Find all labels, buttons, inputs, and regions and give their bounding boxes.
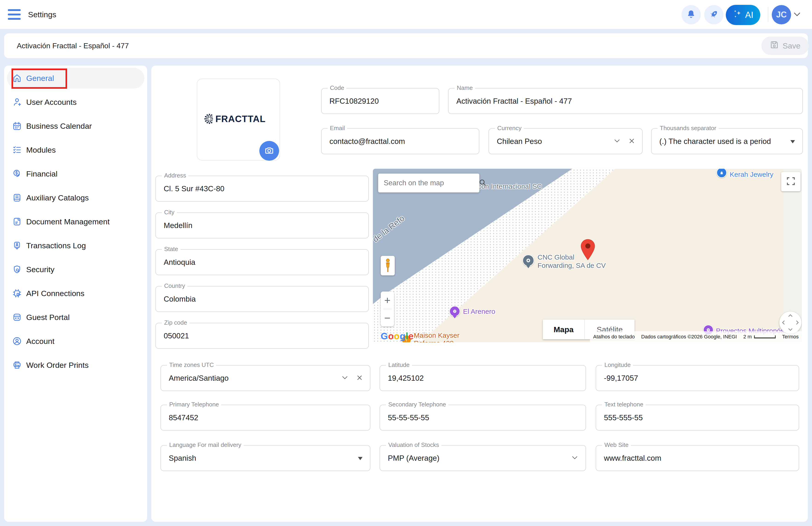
chip-gear-icon	[12, 288, 22, 298]
shield-icon	[12, 264, 22, 275]
sidebar-item-label: General	[26, 74, 54, 83]
poi-label[interactable]: El Arenero	[463, 308, 495, 316]
sidebar-item-general[interactable]: General	[7, 68, 144, 88]
latitude-value: 19,425102	[388, 366, 424, 391]
pegman-control[interactable]	[381, 256, 395, 275]
account-chevron-down-icon[interactable]	[794, 12, 800, 17]
user-avatar[interactable]: JC	[772, 5, 791, 24]
sidebar-item-label: Guest Portal	[26, 313, 70, 322]
text-telephone-field[interactable]: Text telephone 555-555-55	[596, 405, 799, 430]
secondary-telephone-field[interactable]: Secondary Telephone 55-55-55-55	[380, 405, 586, 430]
sidebar-item-financial[interactable]: Financial	[7, 163, 144, 184]
hamburger-menu-icon[interactable]	[8, 9, 21, 20]
sidebar-item-business-calendar[interactable]: Business Calendar	[7, 116, 144, 136]
sidebar-item-account[interactable]: Account	[7, 331, 144, 351]
city-field[interactable]: City Medellín	[156, 213, 369, 238]
dropdown-arrow-icon[interactable]	[791, 140, 795, 143]
sidebar-item-label: Financial	[26, 170, 57, 178]
primary-telephone-value: 8547452	[169, 405, 198, 430]
poi-label[interactable]: Kerah Jewelry	[730, 171, 773, 178]
attraction-poi-icon[interactable]	[449, 306, 460, 317]
entity-title: Activación Fracttal - Español - 477	[17, 33, 129, 58]
user-plus-icon	[12, 97, 22, 107]
zip-code-field[interactable]: Zip code 050021	[156, 323, 369, 349]
rocket-icon	[709, 9, 719, 20]
chevron-down-icon[interactable]	[614, 139, 620, 144]
sidebar-item-label: Security	[26, 265, 55, 274]
country-field[interactable]: Country Colombia	[156, 286, 369, 312]
name-field[interactable]: Name Activación Fracttal - Español - 477	[448, 88, 803, 114]
thousands-separator-select[interactable]: Thousands separator (.) The character us…	[651, 128, 803, 154]
timezone-select[interactable]: Time zones UTC America/Santiago	[160, 365, 371, 391]
fullscreen-icon	[786, 177, 795, 187]
pan-control[interactable]	[779, 311, 801, 334]
chevron-down-icon[interactable]	[572, 456, 578, 461]
currency-select[interactable]: Currency Chilean Peso	[489, 128, 642, 154]
sidebar-item-document-management[interactable]: Document Management	[7, 211, 144, 232]
jewelry-poi-icon[interactable]	[716, 169, 727, 178]
poi-label[interactable]: Forwarding, SA de CV	[537, 262, 606, 269]
code-value: RFC10829120	[330, 88, 379, 114]
sidebar-item-security[interactable]: Security	[7, 259, 144, 280]
ai-assistant-button[interactable]: AI	[726, 5, 760, 25]
whats-new-button[interactable]	[704, 5, 724, 24]
keyboard-shortcuts-link[interactable]: Atalhos do teclado	[590, 331, 638, 342]
chevron-down-icon[interactable]	[342, 376, 348, 380]
map-search-box[interactable]	[378, 174, 479, 192]
business-poi-icon[interactable]	[522, 254, 534, 266]
primary-telephone-field[interactable]: Primary Telephone 8547452	[160, 405, 371, 430]
map-search-input[interactable]	[383, 179, 476, 187]
city-value: Medellín	[164, 213, 192, 238]
latitude-field[interactable]: Latitude 19,425102	[380, 365, 586, 391]
address-field[interactable]: Address Cl. 5 Sur #43C-80	[156, 176, 369, 202]
bell-icon	[686, 9, 696, 20]
terms-link[interactable]: Termos	[779, 331, 802, 342]
clear-icon[interactable]	[628, 137, 635, 145]
timezone-value: America/Santiago	[169, 366, 229, 391]
sidebar-item-api-connections[interactable]: API Connections	[7, 283, 144, 304]
top-bar: Settings AI JC	[0, 0, 812, 29]
sidebar-item-label: Transactions Log	[26, 241, 86, 250]
scale-text: 2 m	[743, 334, 752, 340]
save-button[interactable]: Save	[762, 36, 809, 55]
map-toggle-button[interactable]: Mapa	[543, 320, 584, 339]
location-pin[interactable]	[580, 239, 595, 262]
scale-bar	[754, 335, 776, 338]
dropdown-arrow-icon[interactable]	[358, 457, 363, 460]
save-label: Save	[783, 41, 800, 50]
upload-photo-button[interactable]	[259, 141, 279, 161]
poi-label[interactable]: Reforma 408	[414, 339, 453, 342]
printer-icon	[12, 360, 22, 370]
zoom-in-button[interactable]: +	[381, 292, 394, 309]
email-field[interactable]: Email contacto@fracttal.com	[321, 128, 479, 154]
notifications-button[interactable]	[681, 5, 701, 24]
zoom-out-button[interactable]: −	[381, 309, 394, 326]
code-field[interactable]: Code RFC10829120	[321, 88, 439, 114]
sidebar-item-auxiliary-catalogs[interactable]: Auxiliary Catalogs	[7, 187, 144, 208]
sidebar-item-label: Account	[26, 337, 55, 346]
sidebar-item-user-accounts[interactable]: User Accounts	[7, 92, 144, 113]
sidebar-item-modules[interactable]: Modules	[7, 140, 144, 160]
poi-label[interactable]: Maison Kayser	[414, 332, 459, 339]
fullscreen-button[interactable]	[781, 172, 800, 191]
poi-label[interactable]: CNC Global	[537, 253, 574, 261]
longitude-value: -99,17057	[604, 366, 638, 391]
website-field[interactable]: Web Site www.fracttal.com	[596, 445, 799, 471]
sidebar-item-guest-portal[interactable]: Guest Portal	[7, 307, 144, 327]
clear-icon[interactable]	[356, 374, 363, 382]
google-logo[interactable]: Google	[381, 331, 414, 341]
entity-header: Activación Fracttal - Español - 477 Save	[4, 33, 808, 58]
location-map[interactable]: de la Refo Aicon Internacional SC Kerah …	[373, 169, 802, 342]
poi-tail	[453, 316, 456, 318]
sidebar-item-work-order-prints[interactable]: Work Order Prints	[7, 355, 144, 376]
zip-code-value: 050021	[164, 323, 189, 348]
settings-sidebar: General User Accounts Business Calendar …	[4, 65, 147, 522]
state-field[interactable]: State Antioquia	[156, 249, 369, 275]
name-value: Activación Fracttal - Español - 477	[456, 88, 572, 114]
fracttal-logo: FRACTTAL	[203, 112, 274, 127]
mail-language-select[interactable]: Language For mail delivery Spanish	[160, 445, 371, 471]
search-icon[interactable]	[479, 179, 487, 187]
longitude-field[interactable]: Longitude -99,17057	[596, 365, 799, 391]
sidebar-item-transactions-log[interactable]: Transactions Log	[7, 235, 144, 256]
stock-valuation-select[interactable]: Valuation of Stocks PMP (Average)	[380, 445, 586, 471]
